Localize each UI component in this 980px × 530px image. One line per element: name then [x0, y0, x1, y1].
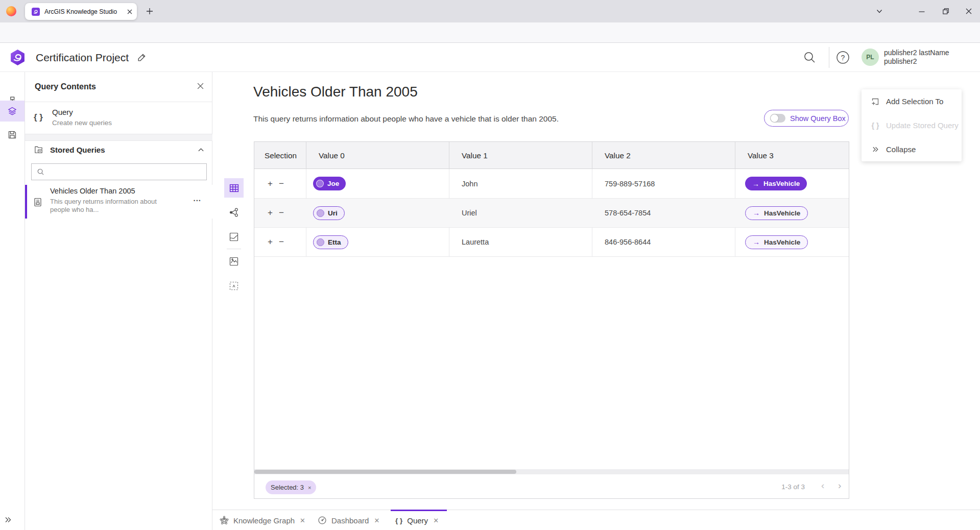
user-name-line1: publisher2 lastName — [884, 49, 949, 57]
double-chevron-right-icon — [870, 146, 880, 153]
stored-queries-search[interactable] — [31, 163, 207, 180]
horizontal-scrollbar[interactable] — [254, 469, 849, 474]
toggle-track[interactable] — [770, 114, 785, 123]
project-title: Certification Project — [36, 43, 129, 72]
search-icon[interactable] — [803, 51, 817, 65]
menu-update-stored-query: { } Update Stored Query — [862, 113, 962, 137]
entity-dot-icon — [317, 209, 324, 217]
add-selection-icon — [870, 97, 880, 106]
table-row: + − Etta Lauretta 846-956-8644 → HasVehi… — [254, 228, 849, 257]
tab-close-icon[interactable]: ✕ — [374, 517, 379, 524]
query-item-subtitle: Create new queries — [52, 119, 112, 127]
results-table: Selection Value 0 Value 1 Value 2 Value … — [254, 141, 849, 499]
vtool-divider — [227, 249, 241, 249]
relationship-arrow-icon: → — [752, 180, 759, 188]
query-item-title: Query — [52, 108, 73, 116]
relationship-arrow-icon: → — [753, 238, 760, 246]
tab-list-dropdown-icon[interactable] — [872, 4, 887, 19]
remove-selection-button[interactable]: − — [276, 208, 287, 218]
expand-panel-icon[interactable] — [0, 510, 25, 530]
view-map-layers-icon[interactable] — [224, 252, 244, 271]
entity-pill[interactable]: Uri — [313, 206, 345, 220]
cell-phone: 578-654-7854 — [592, 199, 735, 227]
left-rail — [0, 72, 25, 530]
col-value0: Value 0 — [306, 142, 449, 169]
panel-title: Query Contents — [35, 82, 96, 91]
query-contents-panel: Query Contents { } Query Create new quer… — [25, 72, 212, 530]
col-value1: Value 1 — [449, 142, 592, 169]
cell-name: Uriel — [449, 199, 592, 227]
help-icon[interactable]: ? — [836, 51, 850, 65]
entity-dot-icon — [317, 238, 324, 246]
pagination-prev-icon[interactable]: ‹ — [821, 480, 824, 491]
search-input[interactable] — [44, 164, 206, 180]
entity-pill[interactable]: Joe — [313, 177, 346, 190]
firefox-icon[interactable] — [6, 6, 16, 16]
view-table-icon[interactable] — [224, 178, 244, 198]
avatar[interactable]: PL — [862, 49, 879, 66]
cell-phone: 759-889-57168 — [592, 169, 735, 198]
browser-tab[interactable]: ArcGIS Knowledge Studio — [25, 3, 137, 20]
tab-close-icon[interactable]: ✕ — [433, 517, 439, 524]
pagination-next-icon[interactable]: › — [838, 480, 841, 491]
chip-close-icon[interactable]: × — [308, 485, 311, 491]
stored-query-desc-line1: This query returns information about — [50, 198, 157, 205]
tab-knowledge-graph[interactable]: Knowledge Graph ✕ — [220, 510, 305, 530]
braces-icon: { } — [870, 122, 880, 130]
search-small-icon — [37, 168, 44, 176]
page-title: Vehicles Older Than 2005 — [253, 84, 418, 100]
toggle-knob — [771, 114, 778, 122]
tab-close-icon[interactable] — [127, 9, 133, 15]
menu-add-selection-to[interactable]: Add Selection To — [862, 89, 962, 113]
remove-selection-button[interactable]: − — [276, 237, 287, 247]
item-ellipsis-menu[interactable]: ••• — [194, 198, 201, 203]
query-list-item[interactable]: { } Query Create new queries — [25, 102, 212, 134]
show-query-box-label: Show Query Box — [790, 114, 846, 123]
relationship-pill[interactable]: → HasVehicle — [745, 235, 808, 249]
dashboard-gauge-icon — [318, 516, 327, 525]
folder-icon — [34, 145, 43, 155]
col-selection: Selection — [254, 142, 306, 169]
window-close-button[interactable] — [961, 4, 976, 19]
tab-query-active[interactable]: { } Query ✕ — [395, 510, 439, 530]
table-header: Selection Value 0 Value 1 Value 2 Value … — [254, 142, 849, 169]
view-map-icon[interactable] — [224, 227, 244, 247]
window-minimize-button[interactable] — [914, 4, 929, 19]
panel-close-icon[interactable] — [197, 82, 204, 90]
cell-phone: 846-956-8644 — [592, 228, 735, 256]
tab-dashboard[interactable]: Dashboard ✕ — [318, 510, 379, 530]
relationship-pill[interactable]: → HasVehicle — [745, 177, 807, 190]
browser-toolbar: https://dev0028833.esri.com/portal/apps/… — [0, 22, 980, 43]
menu-collapse[interactable]: Collapse — [862, 137, 962, 161]
stored-query-item[interactable]: Vehicles Older Than 2005 This query retu… — [25, 185, 212, 219]
cell-name: John — [449, 169, 592, 198]
stored-query-title: Vehicles Older Than 2005 — [50, 187, 135, 195]
entity-pill[interactable]: Etta — [313, 235, 348, 249]
remove-selection-button[interactable]: − — [276, 179, 287, 189]
panel-header: Query Contents — [25, 72, 212, 102]
add-selection-button[interactable]: + — [265, 179, 276, 189]
add-selection-button[interactable]: + — [265, 237, 276, 247]
rail-save-icon[interactable] — [0, 125, 25, 145]
stored-queries-title: Stored Queries — [50, 146, 105, 154]
col-value2: Value 2 — [592, 142, 735, 169]
add-selection-button[interactable]: + — [265, 208, 276, 218]
view-selection-box-icon[interactable] — [224, 276, 244, 296]
tab-close-icon[interactable]: ✕ — [300, 517, 305, 524]
stored-queries-header[interactable]: Stored Queries — [25, 141, 212, 159]
entity-dot-icon — [316, 180, 324, 187]
relationship-pill[interactable]: → HasVehicle — [745, 206, 808, 220]
rail-layers-icon-selected[interactable] — [0, 101, 25, 122]
scrollbar-thumb[interactable] — [254, 470, 516, 474]
active-tab-indicator — [391, 510, 447, 511]
knowledge-graph-icon — [220, 516, 229, 525]
chevron-up-icon[interactable] — [198, 147, 204, 153]
edit-pencil-icon[interactable] — [137, 53, 147, 62]
table-row: + − Uri Uriel 578-654-7854 → HasVehicle — [254, 199, 849, 228]
window-restore-button[interactable] — [938, 4, 953, 19]
show-query-box-toggle[interactable]: Show Query Box — [764, 110, 849, 127]
selected-count-chip[interactable]: Selected: 3 × — [266, 480, 316, 494]
new-tab-button[interactable] — [142, 4, 157, 19]
user-name-line2: publisher2 — [884, 57, 949, 66]
view-link-chart-icon[interactable] — [224, 203, 244, 222]
